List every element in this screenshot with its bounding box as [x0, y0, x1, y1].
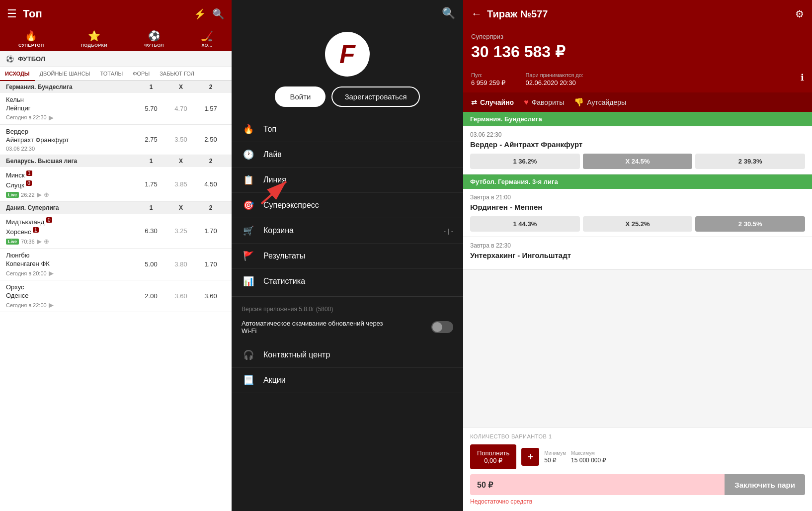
odds-x[interactable]: 3.60	[166, 292, 196, 300]
odds-pill-2[interactable]: 2 39.3%	[695, 154, 805, 169]
match-card-3: Завтра в 22:30 Унтерхакинг - Ингольштадт	[463, 237, 812, 270]
tab-score[interactable]: ЗАБЬЮТ ГОЛ	[155, 67, 199, 80]
table-row: ЛюнгбюКопенгаген ФК Сегодня в 20:00 ▶ 5.…	[0, 249, 232, 280]
team-names: ВердерАйнтрахт Франкфурт	[6, 128, 136, 145]
superprize-amount: 30 136 583 ₽	[471, 42, 804, 61]
match-time: Сегодня в 22:30 ▶	[6, 114, 136, 121]
nav-football[interactable]: ⚽ ФУТБОЛ	[144, 30, 164, 48]
nav-football-label: ФУТБОЛ	[144, 43, 164, 48]
max-value: 15 000 000 ₽	[571, 457, 606, 464]
odds-x[interactable]: 3.85	[166, 180, 196, 188]
col3-header: 2	[196, 84, 226, 90]
odds-x[interactable]: 3.25	[166, 227, 196, 235]
menu-item-superexpress[interactable]: 🎯 Суперэкспресс	[232, 193, 463, 218]
nav-collections[interactable]: ⭐ ПОДБОРКИ	[81, 30, 108, 48]
odds-2[interactable]: 1.70	[196, 260, 226, 268]
odds-x[interactable]: 3.50	[166, 136, 196, 143]
menu-divider	[232, 296, 463, 297]
menu-item-top[interactable]: 🔥 Топ	[232, 117, 463, 142]
fire-icon: 🔥	[25, 30, 37, 42]
menu-item-stats[interactable]: 📊 Статистика	[232, 269, 463, 294]
filter-tabs: ⇄ Случайно ♥ Фавориты 👎 Аутсайдеры	[463, 92, 812, 112]
bet-input[interactable]	[470, 474, 725, 495]
menu-label-results: Результаты	[263, 252, 305, 260]
odds-1[interactable]: 2.00	[136, 292, 166, 300]
odds-1-val: 1 36.2%	[472, 158, 578, 165]
odds-pill-2[interactable]: 2 30.5%	[695, 216, 805, 232]
menu-item-line[interactable]: 📋 Линия	[232, 168, 463, 193]
panel2-search-icon[interactable]: 🔍	[442, 7, 455, 20]
plus-button[interactable]: +	[521, 448, 539, 466]
odds-1[interactable]: 1.75	[136, 180, 166, 188]
menu-label-top: Топ	[263, 125, 276, 134]
tab-outcomes[interactable]: ИСХОДЫ	[0, 67, 35, 81]
league-header-denmark: Дания. Суперлига 1 X 2	[0, 202, 232, 214]
filter-random[interactable]: ⇄ Случайно	[471, 98, 514, 106]
menu-icon[interactable]: ☰	[7, 7, 17, 20]
odds-1[interactable]: 6.30	[136, 227, 166, 235]
col3-header: 2	[196, 204, 226, 211]
stats-icon: 📊	[242, 276, 255, 287]
odds-1[interactable]: 5.00	[136, 260, 166, 268]
deposit-button[interactable]: Пополнить0,00 ₽	[470, 444, 516, 469]
match-time: Live 26:22 ▶ ⊕	[6, 191, 136, 198]
nav-supertop[interactable]: 🔥 СУПЕРТОП	[18, 30, 44, 48]
auto-update-toggle[interactable]	[431, 321, 453, 333]
filter-favorites[interactable]: ♥ Фавориты	[524, 98, 564, 107]
tab-handicap[interactable]: ФОРЫ	[128, 67, 155, 80]
tab-totals[interactable]: ТОТАЛЫ	[95, 67, 128, 80]
pool-info: Пул: 6 959 259 ₽	[471, 72, 505, 86]
fire-nav-icon: 🔥	[242, 124, 255, 135]
menu-item-results[interactable]: 🚩 Результаты	[232, 244, 463, 269]
col1-header: 1	[136, 158, 166, 165]
menu-label-promo: Акции	[263, 376, 286, 385]
menu-item-contact[interactable]: 🎧 Контактный центр	[232, 342, 463, 368]
register-button[interactable]: Зарегистроваться	[331, 86, 419, 107]
league-band-3liga: Футбол. Германия. 3-я лига	[463, 174, 812, 189]
league-name: Германия. Бундеслига	[6, 84, 136, 90]
bottom-controls: Пополнить0,00 ₽ + Минимум 50 ₽ Максимум …	[470, 444, 805, 469]
odds-pill-1[interactable]: 1 36.2%	[470, 154, 580, 169]
col2-header: X	[166, 158, 196, 165]
odds-x[interactable]: 3.80	[166, 260, 196, 268]
tab-double-chance[interactable]: ДВОЙНЫЕ ШАНСЫ	[35, 67, 95, 80]
table-row: ВердерАйнтрахт Франкфурт 03.06 22:30 2.7…	[0, 125, 232, 155]
nav-hockey[interactable]: 🏒 ХО...	[201, 30, 213, 48]
odds-2[interactable]: 3.60	[196, 292, 226, 300]
odds-2[interactable]: 1.70	[196, 227, 226, 235]
filter-icon[interactable]: ⚡	[194, 8, 206, 20]
match-card-teams: Унтерхакинг - Ингольштадт	[470, 251, 805, 259]
info-icon[interactable]: ℹ	[801, 72, 804, 86]
match-card-2: Завтра в 21:00 Юрдинген - Меппен 1 44.3%…	[463, 189, 812, 237]
odds-2-val: 2 39.3%	[697, 158, 803, 165]
menu-label-line: Линия	[263, 175, 286, 184]
odds-pill-x[interactable]: X 24.5%	[583, 154, 693, 169]
list-icon: 📋	[242, 174, 255, 185]
odds-2[interactable]: 4.50	[196, 180, 226, 188]
odds-pill-1[interactable]: 1 44.3%	[470, 216, 580, 232]
menu-item-live[interactable]: 🕐 Лайв	[232, 142, 463, 168]
plus-icon: ⊕	[44, 238, 49, 245]
odds-x[interactable]: 4.70	[166, 105, 196, 112]
max-info: Максимум 15 000 000 ₽	[571, 450, 606, 464]
search-icon[interactable]: 🔍	[212, 8, 225, 20]
back-button[interactable]: ←	[471, 7, 482, 20]
login-button[interactable]: Войти	[275, 86, 325, 107]
odds-pill-x[interactable]: X 25.2%	[583, 216, 693, 232]
team-names: ОрхусОденсе	[6, 283, 136, 300]
odds-2[interactable]: 1.57	[196, 105, 226, 112]
match-card-time: Завтра в 22:30	[470, 242, 805, 249]
settings-icon[interactable]: ⚙	[795, 8, 804, 20]
bet-submit-button[interactable]: Заключить пари	[725, 474, 805, 495]
match-time: Сегодня в 22:00 ▶	[6, 301, 136, 309]
deposit-label: Пополнить0,00 ₽	[477, 449, 509, 464]
toggle-knob	[432, 322, 442, 332]
menu-item-promo[interactable]: 📃 Акции	[232, 368, 463, 393]
filter-outsiders[interactable]: 👎 Аутсайдеры	[574, 97, 626, 107]
odds-2[interactable]: 2.50	[196, 136, 226, 143]
odds-2-val: 2 30.5%	[697, 220, 803, 228]
odds-1[interactable]: 5.70	[136, 105, 166, 112]
menu-item-basket[interactable]: 🛒 Корзина - | -	[232, 218, 463, 244]
odds-1[interactable]: 2.75	[136, 136, 166, 143]
match-time: 03.06 22:30	[6, 146, 136, 152]
